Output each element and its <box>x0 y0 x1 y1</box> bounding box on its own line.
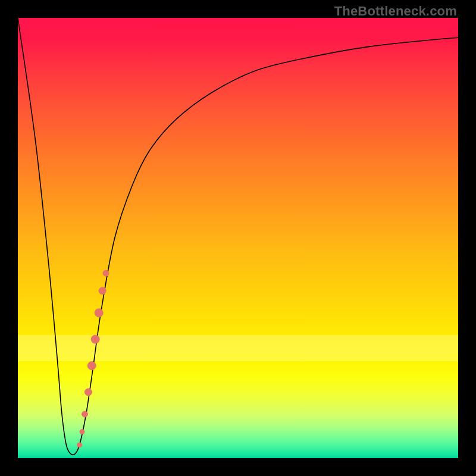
highlight-dot <box>99 287 106 295</box>
highlight-dot <box>103 270 109 276</box>
highlight-dot <box>82 411 88 417</box>
highlight-dot <box>84 389 92 396</box>
chart-frame: TheBottleneck.com <box>0 0 476 476</box>
chart-svg <box>18 18 458 458</box>
plot-area <box>18 18 458 458</box>
highlight-dots <box>77 270 109 447</box>
highlight-dot <box>77 443 82 447</box>
highlight-dot <box>95 309 103 317</box>
highlight-dot <box>91 335 99 343</box>
highlight-dot <box>87 362 96 370</box>
highlight-dot <box>80 430 84 434</box>
watermark-text: TheBottleneck.com <box>334 4 457 19</box>
bottleneck-curve <box>18 18 458 455</box>
